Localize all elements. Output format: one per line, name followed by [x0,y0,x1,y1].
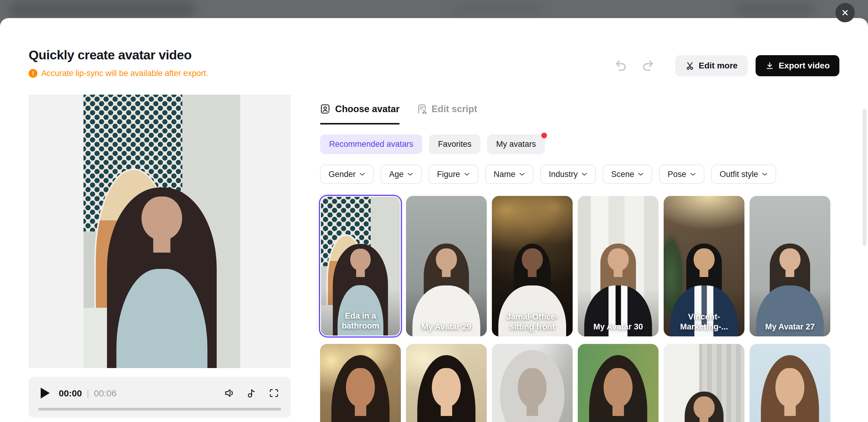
filter-age[interactable]: Age [381,164,422,184]
fullscreen-button[interactable] [268,387,280,399]
chevron-down-icon [407,173,413,176]
avatar-card[interactable] [492,344,572,422]
person-face [779,248,801,271]
tab-edit-script-label: Edit script [432,104,477,115]
filter-label: Pose [668,170,686,179]
avatar-card[interactable]: Jamal-Office-sitting front [492,196,572,336]
filter-label: Name [494,170,516,179]
avatar-name: My Avatar 30 [583,322,654,332]
edit-script-icon [416,104,427,115]
avatar-card[interactable] [406,344,487,422]
filter-scene[interactable]: Scene [603,164,652,184]
avatar-photo [749,196,830,336]
player-bar: 00:00 | 00:06 [29,377,291,418]
avatar-card[interactable] [664,344,744,422]
person-face [350,249,371,271]
person-face [693,248,715,271]
filter-label: Industry [549,170,578,179]
avatar-name: My Avatar 29 [411,322,482,332]
avatar-card[interactable]: My Avatar 30 [578,196,658,336]
avatar-person [578,355,658,422]
avatar-name: Vincent-Marketing-... [669,312,740,332]
chevron-down-icon [581,173,587,176]
pill-favorites[interactable]: Favorites [429,134,480,154]
avatar-card[interactable]: My Avatar 27 [749,196,830,336]
download-icon [765,61,774,70]
edit-more-label: Edit more [699,61,738,70]
avatar-card[interactable] [320,344,401,422]
avatar-person [84,187,240,368]
player-icons [223,387,280,399]
person-face [693,396,715,419]
filter-label: Gender [329,170,355,179]
filter-industry[interactable]: Industry [540,164,596,184]
export-video-button[interactable]: Export video [755,55,839,76]
person-face [432,368,461,407]
avatar-photo [406,196,487,336]
scrollbar-thumb[interactable] [863,109,867,246]
undo-button[interactable] [614,59,627,73]
redo-icon [641,59,655,73]
chevron-down-icon [464,173,470,176]
filter-label: Outfit style [720,170,758,179]
filter-label: Age [389,170,404,179]
avatar-person [492,355,572,422]
choose-avatar-icon [320,104,331,115]
screen: Quickly create avatar video ! Accurate l… [0,0,868,422]
person-face [346,368,375,407]
notice-text: Accurate lip-sync will be available afte… [41,69,208,78]
person-face [522,248,543,271]
tiktok-preview-button[interactable] [246,387,258,399]
play-button[interactable] [41,388,50,398]
filter-name[interactable]: Name [485,164,533,184]
video-still [84,95,240,368]
filter-outfit-style[interactable]: Outfit style [711,164,776,184]
avatar-card-eda[interactable]: Eda in a bathroom [320,196,401,336]
close-icon [841,8,849,17]
chevron-down-icon [690,173,696,176]
avatar-person [664,392,744,422]
person-face [608,248,629,271]
tab-choose-avatar[interactable]: Choose avatar [320,102,400,116]
avatar-card[interactable] [578,344,658,422]
export-video-label: Export video [778,61,830,70]
chevron-down-icon [762,173,768,176]
time-separator: | [87,388,89,398]
pill-my-avatars[interactable]: My avatars [487,134,545,154]
speaker-icon [223,387,236,399]
avatar-photo [749,344,830,422]
filter-label: Scene [611,170,634,179]
time-display: 00:00 | 00:06 [59,388,117,398]
video-preview[interactable] [84,95,240,368]
undo-icon [614,59,627,73]
volume-button[interactable] [223,387,236,399]
avatar-card[interactable]: My Avatar 29 [406,196,487,336]
edit-more-button[interactable]: Edit more [675,55,748,76]
filter-figure[interactable]: Figure [429,164,478,184]
progress-bar[interactable] [38,408,281,411]
pill-recommended-avatars[interactable]: Recommended avatars [320,134,422,154]
total-time: 00:06 [94,388,117,398]
avatar-card[interactable] [749,344,830,422]
avatar-photo [406,344,487,422]
avatar-photo [492,344,572,422]
filter-label: Figure [437,170,460,179]
avatar-card[interactable]: Vincent-Marketing-... [664,196,744,336]
filter-bar: Gender Age Figure Name Industry Scene [320,164,776,184]
filter-pose[interactable]: Pose [659,164,704,184]
chevron-down-icon [638,173,644,176]
person-face [436,248,457,271]
avatar-person [320,355,401,422]
header-actions: Edit more Export video [614,55,839,76]
avatar-name: Jamal-Office-sitting front [497,312,568,332]
person-face [775,368,804,407]
tab-edit-script[interactable]: Edit script [416,102,477,116]
avatar-photo [578,196,658,336]
chevron-down-icon [359,173,365,176]
filter-gender[interactable]: Gender [320,164,374,184]
person-face [604,368,632,407]
lip-sync-notice: ! Accurate lip-sync will be available af… [29,69,208,78]
close-button[interactable] [835,3,855,22]
avatar-photo [578,344,658,422]
redo-button[interactable] [641,59,655,73]
